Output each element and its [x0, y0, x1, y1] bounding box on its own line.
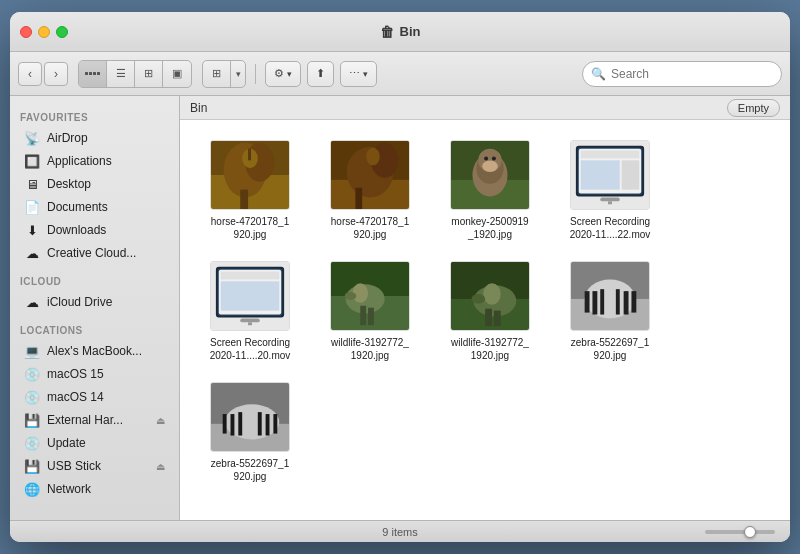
- svg-rect-69: [273, 414, 277, 434]
- sidebar-item-update[interactable]: 💿 Update: [14, 432, 175, 454]
- svg-rect-36: [240, 318, 260, 322]
- file-item-monkey[interactable]: monkey-2500919_1920.jpg: [435, 135, 545, 246]
- empty-button[interactable]: Empty: [727, 99, 780, 117]
- sidebar-item-usb-stick[interactable]: 💾 USB Stick ⏏: [14, 455, 175, 477]
- svg-rect-26: [581, 160, 620, 189]
- view-list-button[interactable]: ☰: [107, 61, 135, 87]
- back-button[interactable]: ‹: [18, 62, 42, 86]
- minimize-button[interactable]: [38, 26, 50, 38]
- status-bar: 9 items: [10, 520, 790, 542]
- sidebar: Favourites 📡 AirDrop 🔲 Applications 🖥 De…: [10, 96, 180, 520]
- traffic-lights: [20, 26, 68, 38]
- file-item-wildlife2[interactable]: wildlife-3192772_1920.jpg: [435, 256, 545, 367]
- svg-point-42: [345, 292, 357, 300]
- view-grid-arrow[interactable]: ▾: [231, 61, 245, 87]
- sidebar-label-macos14: macOS 14: [47, 390, 104, 404]
- file-item-screen1[interactable]: Screen Recording2020-11....22.mov: [555, 135, 665, 246]
- sidebar-item-creative-cloud[interactable]: ☁ Creative Cloud...: [14, 242, 175, 264]
- path-item-bin: Bin: [190, 101, 207, 115]
- file-label-zebra2: zebra-5522697_1920.jpg: [211, 457, 289, 483]
- sidebar-item-downloads[interactable]: ⬇ Downloads: [14, 219, 175, 241]
- file-item-horse2[interactable]: horse-4720178_1920.jpg: [315, 135, 425, 246]
- network-icon: 🌐: [24, 481, 40, 497]
- sidebar-label-airdrop: AirDrop: [47, 131, 88, 145]
- action-button[interactable]: ⋯ ▾: [340, 61, 377, 87]
- macos14-icon: 💿: [24, 389, 40, 405]
- zoom-slider[interactable]: [705, 530, 775, 534]
- file-item-screen2[interactable]: Screen Recording2020-11....20.mov: [195, 256, 305, 367]
- file-item-wildlife1[interactable]: wildlife-3192772_1920.jpg: [315, 256, 425, 367]
- file-item-zebra2[interactable]: zebra-5522697_1920.jpg: [195, 377, 305, 488]
- nav-buttons: ‹ ›: [18, 62, 68, 86]
- gear-arrow-icon: ▾: [287, 69, 292, 79]
- eject-external-icon[interactable]: ⏏: [156, 415, 165, 426]
- svg-rect-37: [248, 322, 252, 325]
- view-grid-button[interactable]: ⊞: [203, 61, 231, 87]
- view-gallery-button[interactable]: ▣: [163, 61, 191, 87]
- forward-button[interactable]: ›: [44, 62, 68, 86]
- file-label-wildlife1: wildlife-3192772_1920.jpg: [331, 336, 409, 362]
- slider-thumb[interactable]: [744, 526, 756, 538]
- action-gear-button[interactable]: ⚙ ▾: [265, 61, 301, 87]
- titlebar: 🗑 Bin: [10, 12, 790, 52]
- svg-rect-56: [592, 291, 597, 314]
- finder-window: 🗑 Bin ‹ › ☰ ⊞ ▣ ⊞ ▾ ⚙ ▾: [10, 12, 790, 542]
- file-label-screen2: Screen Recording2020-11....20.mov: [210, 336, 291, 362]
- view-extra-controls: ⊞ ▾: [202, 60, 246, 88]
- svg-rect-25: [581, 151, 640, 159]
- svg-rect-58: [616, 289, 620, 314]
- svg-point-20: [492, 156, 496, 160]
- svg-rect-66: [238, 412, 242, 435]
- close-button[interactable]: [20, 26, 32, 38]
- eject-usb-icon[interactable]: ⏏: [156, 461, 165, 472]
- sidebar-item-macos14[interactable]: 💿 macOS 14: [14, 386, 175, 408]
- bin-label: Bin: [190, 101, 207, 115]
- file-thumb-wildlife1: [330, 261, 410, 331]
- desktop-icon: 🖥: [24, 176, 40, 192]
- sidebar-item-external-hd[interactable]: 💾 External Har... ⏏: [14, 409, 175, 431]
- locations-header: Locations: [10, 317, 179, 339]
- path-bar: Bin Empty: [180, 96, 790, 120]
- svg-rect-67: [258, 412, 262, 435]
- title-icon: 🗑: [380, 24, 394, 40]
- favourites-header: Favourites: [10, 104, 179, 126]
- file-item-horse1[interactable]: horse-4720178_1920.jpg: [195, 135, 305, 246]
- sidebar-item-airdrop[interactable]: 📡 AirDrop: [14, 127, 175, 149]
- svg-rect-65: [231, 414, 235, 435]
- toolbar: ‹ › ☰ ⊞ ▣ ⊞ ▾ ⚙ ▾ ⬆ ⋯ ▾: [10, 52, 790, 96]
- svg-rect-6: [248, 149, 251, 161]
- separator1: [255, 64, 256, 84]
- search-bar[interactable]: 🔍: [582, 61, 782, 87]
- maximize-button[interactable]: [56, 26, 68, 38]
- sidebar-item-icloud-drive[interactable]: ☁ iCloud Drive: [14, 291, 175, 313]
- external-hd-icon: 💾: [24, 412, 40, 428]
- update-icon: 💿: [24, 435, 40, 451]
- icloud-header: iCloud: [10, 268, 179, 290]
- svg-rect-43: [360, 306, 366, 326]
- sidebar-label-external-hd: External Har...: [47, 413, 123, 427]
- svg-rect-11: [355, 188, 362, 209]
- sidebar-label-documents: Documents: [47, 200, 108, 214]
- sidebar-item-network[interactable]: 🌐 Network: [14, 478, 175, 500]
- view-column-button[interactable]: ⊞: [135, 61, 163, 87]
- title-text: Bin: [400, 24, 421, 39]
- sidebar-item-macbook[interactable]: 💻 Alex's MacBook...: [14, 340, 175, 362]
- sidebar-item-documents[interactable]: 📄 Documents: [14, 196, 175, 218]
- sidebar-item-macos15[interactable]: 💿 macOS 15: [14, 363, 175, 385]
- file-item-zebra1[interactable]: zebra-5522697_1920.jpg: [555, 256, 665, 367]
- view-icon-button[interactable]: [79, 61, 107, 87]
- file-label-zebra1: zebra-5522697_1920.jpg: [571, 336, 649, 362]
- file-thumb-zebra2: [210, 382, 290, 452]
- usb-stick-icon: 💾: [24, 458, 40, 474]
- share-button[interactable]: ⬆: [307, 61, 334, 87]
- view-controls: ☰ ⊞ ▣: [78, 60, 192, 88]
- search-input[interactable]: [611, 67, 773, 81]
- svg-rect-29: [608, 201, 612, 204]
- action-icon: ⋯: [349, 67, 360, 80]
- sidebar-label-icloud-drive: iCloud Drive: [47, 295, 112, 309]
- svg-rect-44: [368, 308, 374, 326]
- sidebar-item-desktop[interactable]: 🖥 Desktop: [14, 173, 175, 195]
- macbook-icon: 💻: [24, 343, 40, 359]
- window-title: 🗑 Bin: [380, 24, 421, 40]
- sidebar-item-applications[interactable]: 🔲 Applications: [14, 150, 175, 172]
